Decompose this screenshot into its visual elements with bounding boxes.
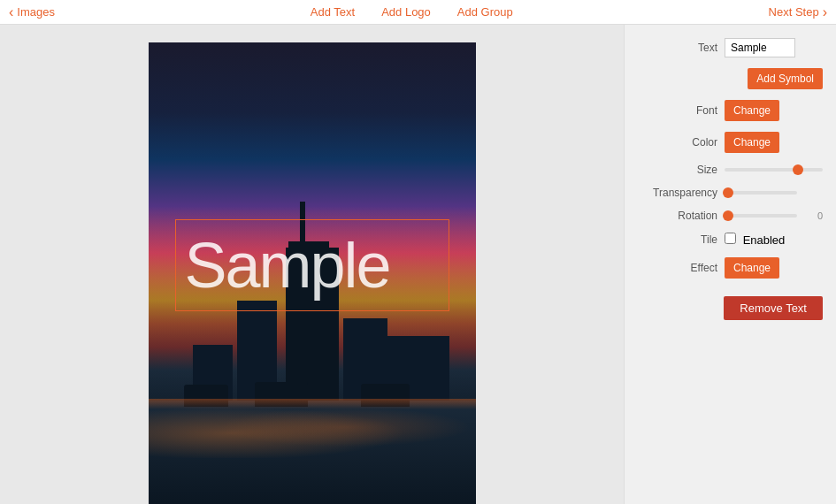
rotation-label: Rotation [638, 210, 717, 222]
add-logo-link[interactable]: Add Logo [381, 5, 431, 19]
effect-row: Effect Change [638, 257, 823, 279]
add-group-link[interactable]: Add Group [457, 5, 513, 19]
transparency-slider-track[interactable] [725, 191, 797, 195]
rotation-slider-track[interactable] [725, 214, 797, 218]
tile-control: Enabled [725, 233, 823, 247]
font-row: Font Change [638, 100, 823, 121]
text-row: Text [638, 38, 823, 57]
tile-enabled-label: Enabled [743, 233, 786, 247]
image-container: Sample [149, 42, 476, 504]
canvas-area: Sample [0, 25, 624, 504]
tile-checkbox[interactable] [725, 233, 736, 244]
add-symbol-button[interactable]: Add Symbol [748, 68, 823, 89]
tile-label: Tile [638, 233, 717, 246]
remove-text-button[interactable]: Remove Text [724, 296, 823, 320]
font-change-button[interactable]: Change [725, 100, 779, 121]
transparency-label: Transparency [638, 187, 717, 199]
effect-label: Effect [638, 262, 717, 274]
size-slider-track[interactable] [725, 168, 823, 172]
transparency-slider-container [725, 191, 823, 195]
next-step-label: Next Step [769, 5, 819, 19]
size-row: Size [638, 164, 823, 176]
color-label: Color [638, 136, 717, 149]
add-text-link[interactable]: Add Text [311, 5, 355, 19]
size-slider-thumb[interactable] [793, 164, 803, 175]
rotation-value: 0 [801, 210, 823, 221]
rotation-slider-container: 0 [725, 210, 823, 221]
back-chevron-icon [9, 4, 13, 20]
add-symbol-row: Add Symbol [638, 68, 823, 89]
color-change-button[interactable]: Change [725, 132, 779, 153]
font-label: Font [638, 104, 717, 117]
text-input-container [725, 38, 823, 57]
main-content: Sample Text Add Symbol Font Change Color… [0, 25, 836, 504]
size-label: Size [638, 164, 717, 176]
effect-change-button[interactable]: Change [725, 257, 779, 279]
next-step-nav[interactable]: Next Step [769, 4, 827, 20]
transparency-row: Transparency [638, 187, 823, 199]
top-nav: Images Add Text Add Logo Add Group Next … [0, 0, 836, 25]
transparency-slider-thumb[interactable] [723, 187, 733, 198]
remove-row: Remove Text [638, 289, 823, 320]
text-label: Text [638, 42, 717, 54]
rotation-row: Rotation 0 [638, 210, 823, 222]
color-row: Color Change [638, 132, 823, 153]
size-slider-container [725, 168, 823, 172]
tile-row: Tile Enabled [638, 233, 823, 247]
text-input[interactable] [725, 38, 795, 57]
horizon-glow [149, 399, 476, 409]
rotation-slider-thumb[interactable] [723, 210, 733, 221]
back-label[interactable]: Images [17, 5, 55, 19]
text-selection-box[interactable]: Sample [175, 219, 449, 311]
next-chevron-icon [823, 4, 827, 20]
back-nav[interactable]: Images [9, 4, 55, 20]
sample-text: Sample [185, 230, 390, 301]
nav-center: Add Text Add Logo Add Group [311, 5, 513, 19]
right-panel: Text Add Symbol Font Change Color Change… [624, 25, 836, 504]
